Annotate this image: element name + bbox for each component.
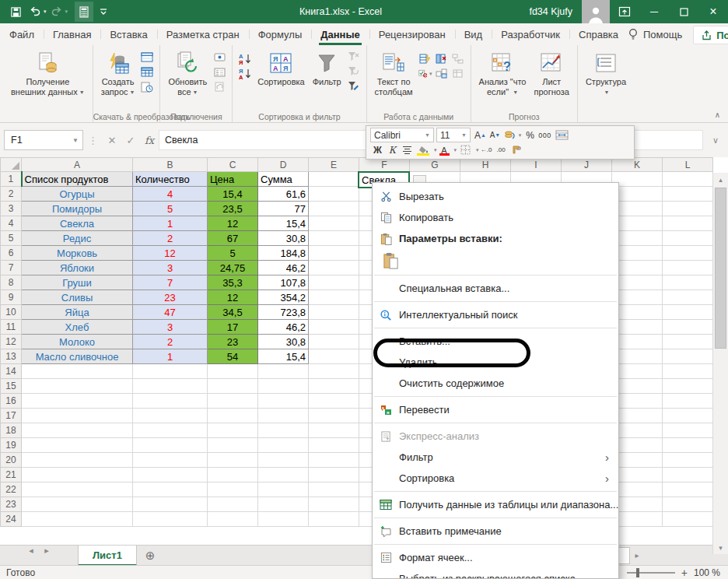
cell[interactable] — [612, 482, 663, 497]
tab-Данные[interactable]: Данные — [311, 23, 369, 45]
column-header-A[interactable]: A — [22, 158, 133, 172]
cell[interactable] — [133, 497, 208, 512]
cell[interactable] — [309, 409, 359, 423]
menu-item-format-cells[interactable]: Формат ячеек... — [373, 547, 618, 568]
cell[interactable]: 184,8 — [258, 246, 309, 261]
formula-bar-splitter[interactable]: ⋮ — [83, 135, 103, 146]
menu-item-filter[interactable]: Фильтр› — [373, 447, 618, 468]
cell[interactable] — [309, 364, 359, 379]
cell[interactable] — [208, 497, 258, 512]
sort-az-icon[interactable]: АЯ — [238, 53, 252, 65]
row-header-22[interactable]: 22 — [1, 482, 22, 497]
column-header-I[interactable]: I — [511, 158, 562, 172]
cell[interactable] — [612, 290, 663, 305]
manage-data-model-icon[interactable] — [451, 68, 465, 79]
get-external-data-button[interactable]: Получение внешних данных▼ — [7, 47, 89, 97]
cell[interactable] — [309, 290, 359, 305]
what-if-button[interactable]: ? Анализ "что если" ▼ — [475, 47, 530, 97]
cell[interactable] — [663, 423, 713, 438]
new-query-button[interactable]: Создать запрос▼ — [97, 47, 139, 97]
row-header-2[interactable]: 2 — [1, 187, 22, 202]
cell[interactable] — [22, 409, 133, 423]
cell[interactable] — [258, 482, 309, 497]
maximize-button[interactable] — [669, 0, 698, 23]
filter-button[interactable]: Фильтр — [309, 47, 345, 97]
cell[interactable] — [663, 187, 713, 202]
enter-icon[interactable]: ✓ — [121, 135, 140, 146]
cell[interactable] — [309, 497, 359, 512]
row-header-4[interactable]: 4 — [1, 216, 22, 231]
cell[interactable] — [663, 305, 713, 320]
cell[interactable] — [612, 497, 663, 512]
tab-Разработчик[interactable]: Разработчик — [492, 23, 569, 45]
cell[interactable]: Молоко — [22, 335, 133, 349]
cell[interactable] — [309, 305, 359, 320]
row-header-12[interactable]: 12 — [1, 335, 22, 349]
cell[interactable] — [309, 275, 359, 290]
column-header-K[interactable]: K — [612, 158, 663, 172]
cell[interactable]: 5 — [133, 202, 208, 216]
cell[interactable] — [258, 394, 309, 409]
cell[interactable] — [133, 409, 208, 423]
cell[interactable] — [258, 423, 309, 438]
cell[interactable] — [258, 468, 309, 482]
cell[interactable] — [612, 202, 663, 216]
cell[interactable] — [663, 394, 713, 409]
cell[interactable]: 15,4 — [208, 187, 258, 202]
row-header-7[interactable]: 7 — [1, 261, 22, 275]
row-header-19[interactable]: 19 — [1, 438, 22, 453]
cell[interactable] — [22, 453, 133, 468]
sort-za-icon[interactable]: ЯА — [238, 68, 252, 79]
from-table-icon[interactable] — [140, 66, 154, 78]
decrease-font-icon[interactable]: А▼ — [488, 128, 502, 142]
cell[interactable] — [309, 379, 359, 394]
cell[interactable]: 1 — [133, 216, 208, 231]
cell[interactable] — [612, 364, 663, 379]
scroll-up-icon[interactable]: ▴ — [713, 173, 728, 186]
zoom-level[interactable]: 100 % — [694, 567, 720, 578]
cell[interactable] — [612, 275, 663, 290]
formula-bar-expand-icon[interactable]: ∨ — [703, 135, 728, 146]
clear-filter-icon[interactable] — [347, 51, 361, 62]
share-button[interactable]: Поделиться — [693, 26, 728, 44]
undo-icon[interactable] — [26, 2, 44, 22]
cell[interactable] — [208, 468, 258, 482]
text-to-columns-button[interactable]: Текст по столбцам — [371, 47, 417, 97]
cell[interactable] — [309, 482, 359, 497]
cell[interactable] — [663, 482, 713, 497]
cell[interactable]: 107,8 — [258, 275, 309, 290]
forecast-sheet-button[interactable]: Лист прогноза — [530, 47, 572, 97]
cell[interactable]: 12 — [133, 246, 208, 261]
close-button[interactable]: × — [698, 0, 728, 23]
cell[interactable] — [309, 231, 359, 246]
cell[interactable]: Масло сливочное — [22, 349, 133, 364]
cell[interactable] — [663, 320, 713, 335]
properties-icon[interactable] — [212, 66, 226, 78]
cell[interactable] — [612, 512, 663, 527]
cell[interactable]: 12 — [208, 216, 258, 231]
cell[interactable] — [22, 438, 133, 453]
cell[interactable] — [208, 512, 258, 527]
font-color-icon[interactable]: А — [437, 143, 452, 156]
row-header-23[interactable]: 23 — [1, 497, 22, 512]
font-size-select[interactable]: 11▼ — [436, 128, 471, 142]
cell[interactable] — [612, 187, 663, 202]
cell[interactable]: 2 — [133, 231, 208, 246]
cell[interactable] — [258, 379, 309, 394]
cell[interactable]: Список продуктов — [22, 172, 133, 187]
undo-dropdown[interactable]: ▾ — [44, 9, 47, 15]
cell[interactable] — [612, 216, 663, 231]
cell[interactable] — [208, 423, 258, 438]
tab-Формулы[interactable]: Формулы — [249, 23, 312, 45]
vertical-scroll-thumb[interactable] — [715, 188, 726, 349]
cell[interactable]: Яйца — [22, 305, 133, 320]
row-header-6[interactable]: 6 — [1, 246, 22, 261]
cell[interactable]: 1 — [133, 349, 208, 364]
zoom-slider[interactable] — [627, 572, 675, 574]
cell[interactable] — [208, 394, 258, 409]
cell[interactable]: Яблоки — [22, 261, 133, 275]
cell[interactable] — [612, 394, 663, 409]
cell[interactable] — [612, 379, 663, 394]
column-header-B[interactable]: B — [133, 158, 208, 172]
column-header-E[interactable]: E — [309, 158, 359, 172]
